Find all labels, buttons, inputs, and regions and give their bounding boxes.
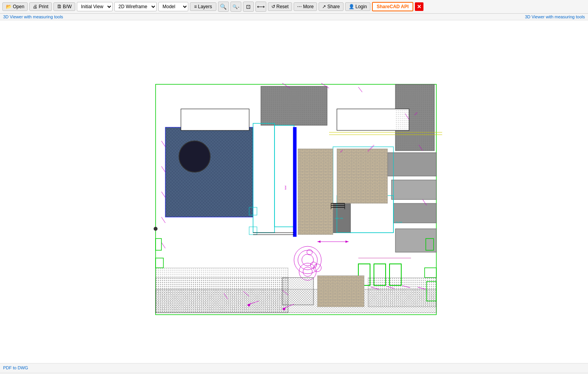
share-icon: ↗ bbox=[322, 4, 326, 9]
close-icon: ✕ bbox=[417, 4, 422, 10]
svg-rect-64 bbox=[368, 278, 436, 307]
print-label: Print bbox=[39, 4, 48, 9]
close-button[interactable]: ✕ bbox=[415, 2, 423, 11]
login-icon: 👤 bbox=[349, 4, 354, 9]
cad-canvas: annotation note dim label room info dim … bbox=[146, 51, 442, 332]
svg-text:dim text: dim text bbox=[395, 221, 402, 223]
cad-viewer[interactable]: annotation note dim label room info dim … bbox=[0, 20, 588, 363]
svg-point-4 bbox=[179, 141, 210, 172]
main-toolbar: 📂 Open 🖨 Print 🖺 B/W Initial View Top Vi… bbox=[0, 0, 588, 14]
svg-rect-62 bbox=[282, 278, 313, 305]
layers-button[interactable]: ≡ Layers bbox=[190, 2, 216, 11]
measure-icon: ⟷ bbox=[257, 4, 265, 10]
zoom-out-button[interactable]: 🔍- bbox=[230, 2, 241, 12]
reset-button[interactable]: ↺ Reset bbox=[268, 2, 292, 11]
wireframe-select[interactable]: 2D Wireframe 3D Wireframe Shaded bbox=[114, 2, 157, 11]
print-button[interactable]: 🖨 Print bbox=[29, 2, 52, 11]
initial-view-select[interactable]: Initial View Top View Front View Side Vi… bbox=[77, 2, 113, 11]
svg-rect-13 bbox=[181, 109, 249, 130]
svg-rect-17 bbox=[293, 127, 296, 237]
open-label: Open bbox=[13, 4, 24, 9]
svg-rect-78 bbox=[395, 84, 434, 151]
layers-label: Layers bbox=[198, 4, 212, 9]
zoom-fit-icon: ⊡ bbox=[246, 4, 251, 10]
sharecad-api-button[interactable]: ShareCAD API bbox=[372, 2, 413, 11]
open-icon: 📂 bbox=[6, 4, 12, 9]
viewer-link-left[interactable]: 3D Viewer with measuring tools bbox=[3, 14, 63, 19]
svg-rect-53 bbox=[298, 149, 333, 235]
svg-rect-10 bbox=[395, 229, 436, 252]
pdf-to-dwg-link[interactable]: PDF to DWG bbox=[3, 365, 28, 370]
model-select[interactable]: Model Layout1 Layout2 bbox=[158, 2, 188, 11]
share-button[interactable]: ↗ Share bbox=[319, 2, 343, 11]
zoom-in-icon: 🔍 bbox=[220, 4, 227, 10]
svg-rect-23 bbox=[156, 268, 288, 313]
svg-rect-54 bbox=[337, 149, 388, 203]
more-button[interactable]: ⋯ More bbox=[294, 2, 317, 11]
svg-rect-7 bbox=[388, 153, 436, 176]
svg-rect-3 bbox=[165, 127, 253, 217]
zoom-out-icon: 🔍- bbox=[232, 4, 239, 9]
print-icon: 🖨 bbox=[33, 4, 37, 9]
share-label: Share bbox=[327, 4, 340, 9]
more-label: More bbox=[303, 4, 313, 9]
zoom-in-button[interactable]: 🔍 bbox=[218, 2, 229, 12]
bw-button[interactable]: 🖺 B/W bbox=[53, 2, 75, 11]
svg-rect-77 bbox=[261, 86, 327, 125]
open-button[interactable]: 📂 Open bbox=[2, 2, 28, 11]
sub-toolbar: 3D Viewer with measuring tools 3D Viewer… bbox=[0, 14, 588, 20]
sharecad-label: ShareCAD API bbox=[377, 4, 409, 9]
reset-label: Reset bbox=[276, 4, 289, 9]
svg-rect-8 bbox=[391, 180, 436, 199]
bw-icon: 🖺 bbox=[57, 4, 62, 9]
login-button[interactable]: 👤 Login bbox=[345, 2, 370, 11]
more-icon: ⋯ bbox=[297, 4, 302, 9]
svg-rect-63 bbox=[317, 276, 364, 307]
svg-text:room info: room info bbox=[335, 217, 343, 219]
zoom-fit-button[interactable]: ⊡ bbox=[243, 2, 254, 12]
svg-rect-9 bbox=[393, 203, 436, 223]
reset-icon: ↺ bbox=[271, 4, 275, 9]
svg-point-57 bbox=[154, 227, 158, 231]
cad-drawing: annotation note dim label room info dim … bbox=[146, 51, 442, 332]
viewer-link-right[interactable]: 3D Viewer with measuring tools bbox=[525, 14, 585, 19]
login-label: Login bbox=[356, 4, 367, 9]
measure-button[interactable]: ⟷ bbox=[255, 2, 266, 12]
footer: PDF to DWG bbox=[0, 363, 588, 372]
layers-icon: ≡ bbox=[194, 4, 197, 9]
bw-label: B/W bbox=[63, 4, 72, 9]
svg-text:label: label bbox=[284, 185, 287, 190]
